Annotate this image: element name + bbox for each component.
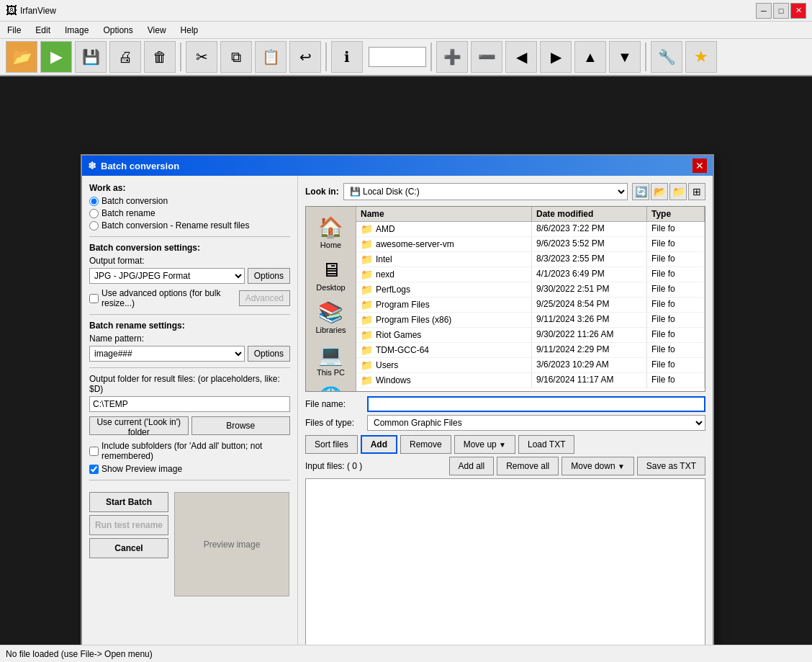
move-up-dropdown-icon[interactable]: ▼ — [499, 441, 506, 449]
table-row[interactable]: 📁 AMD 8/6/2023 7:22 PM File fo — [356, 222, 705, 237]
output-path-input[interactable] — [89, 396, 290, 412]
files-of-type-select[interactable]: Common Graphic Files — [367, 415, 705, 431]
save-as-txt-button[interactable]: Save as TXT — [637, 457, 705, 475]
toolbar-print[interactable]: 🖨 — [109, 41, 141, 73]
table-row[interactable]: 📁 Users 3/6/2023 10:29 AM File fo — [356, 358, 705, 373]
toolbar-save[interactable]: 💾 — [75, 41, 107, 73]
file-name-input[interactable] — [367, 396, 705, 412]
output-format-select[interactable]: JPG - JPG/JPEG Format — [89, 268, 245, 284]
toolbar-cut[interactable]: ✂ — [186, 41, 217, 73]
move-down-button[interactable]: Move down ▼ — [561, 457, 634, 475]
file-type: File fo — [647, 313, 705, 327]
name-pattern-select[interactable]: image### — [89, 346, 245, 362]
radio-batch-conversion-rename-input[interactable] — [89, 221, 99, 231]
menu-file[interactable]: File — [0, 24, 28, 37]
radio-batch-rename[interactable]: Batch rename — [89, 208, 290, 218]
table-row[interactable]: 📁 nexd 4/1/2023 6:49 PM File fo — [356, 267, 705, 282]
nav-back-button[interactable]: 🔄 — [632, 183, 649, 200]
place-this-pc[interactable]: 💻 This PC — [308, 340, 354, 380]
toolbar-undo[interactable]: ↩ — [289, 41, 321, 73]
add-button[interactable]: Add — [361, 435, 397, 454]
toolbar-forward[interactable]: ▶ — [540, 41, 572, 73]
toolbar-back[interactable]: ◀ — [505, 41, 537, 73]
start-batch-button[interactable]: Start Batch — [89, 492, 168, 512]
toolbar-sep-3 — [430, 43, 432, 71]
toolbar-info[interactable]: ℹ — [331, 41, 363, 73]
nav-new-folder-button[interactable]: 📁 — [669, 183, 687, 200]
nav-view-button[interactable]: ⊞ — [688, 183, 705, 200]
file-date: 8/6/2023 7:22 PM — [532, 222, 647, 236]
file-name: Riot Games — [376, 330, 421, 340]
output-format-row: JPG - JPG/JPEG Format Options — [89, 268, 290, 284]
toolbar-star[interactable]: ★ — [685, 41, 717, 73]
toolbar-up[interactable]: ▲ — [574, 41, 606, 73]
table-row[interactable]: 📁 Program Files (x86) 9/11/2024 3:26 PM … — [356, 313, 705, 328]
radio-batch-conversion[interactable]: Batch conversion — [89, 196, 290, 206]
cancel-button[interactable]: Cancel — [89, 538, 168, 558]
menu-view[interactable]: View — [140, 24, 173, 37]
remove-all-button[interactable]: Remove all — [497, 457, 559, 475]
advanced-button[interactable]: Advanced — [239, 290, 290, 306]
maximize-button[interactable]: □ — [773, 3, 789, 19]
place-libraries[interactable]: 📚 Libraries — [308, 298, 354, 337]
options-button[interactable]: Options — [248, 268, 290, 284]
table-row[interactable]: 📁 Riot Games 9/30/2022 11:26 AM File fo — [356, 328, 705, 343]
nav-up-button[interactable]: 📂 — [651, 183, 668, 200]
toolbar-search-input[interactable] — [369, 47, 426, 67]
run-test-rename-button[interactable]: Run test rename — [89, 515, 168, 535]
rename-options-button[interactable]: Options — [248, 346, 290, 362]
menu-image[interactable]: Image — [58, 24, 96, 37]
dialog-close-button[interactable]: ✕ — [693, 158, 707, 173]
folder-icon: 📁 — [361, 314, 373, 326]
advanced-options-label: Use advanced options (for bulk resize...… — [102, 288, 236, 308]
place-desktop[interactable]: 🖥 Desktop — [308, 255, 354, 295]
table-row[interactable]: 📁 PerfLogs 9/30/2022 2:51 PM File fo — [356, 282, 705, 298]
file-date: 9/11/2024 2:29 PM — [532, 343, 647, 357]
place-home[interactable]: 🏠 Home — [308, 213, 354, 252]
menu-edit[interactable]: Edit — [28, 24, 58, 37]
toolbar-copy[interactable]: ⧉ — [220, 41, 252, 73]
move-up-button[interactable]: Move up ▼ — [454, 435, 515, 454]
minimize-button[interactable]: ─ — [756, 3, 772, 19]
radio-batch-conversion-rename[interactable]: Batch conversion - Rename result files — [89, 220, 290, 231]
toolbar-delete[interactable]: 🗑 — [144, 41, 176, 73]
input-files-label: Input files: ( 0 ) — [305, 461, 362, 471]
place-network[interactable]: 🌐 Network — [308, 383, 354, 392]
table-row[interactable]: 📁 Windows 9/16/2024 11:17 AM File fo — [356, 373, 705, 388]
table-row[interactable]: 📁 Program Files 9/25/2024 8:54 PM File f… — [356, 298, 705, 313]
sort-files-button[interactable]: Sort files — [305, 435, 358, 454]
table-row[interactable]: 📁 awesome-server-vm 9/6/2023 5:52 PM Fil… — [356, 237, 705, 252]
move-down-dropdown-icon[interactable]: ▼ — [618, 462, 625, 470]
lookin-select[interactable]: 💾 Local Disk (C:) — [343, 183, 628, 200]
file-name-cell: 📁 nexd — [356, 267, 532, 282]
show-preview-checkbox[interactable] — [89, 465, 99, 474]
browse-button[interactable]: Browse — [191, 416, 291, 435]
action-btns-row-1: Sort files Add Remove Move up ▼ Load TXT — [305, 435, 705, 454]
menu-options[interactable]: Options — [96, 24, 140, 37]
include-subfolders-row: Include subfolders (for 'Add all' button… — [89, 441, 290, 461]
toolbar-paste[interactable]: 📋 — [255, 41, 287, 73]
toolbar-down[interactable]: ▼ — [609, 41, 641, 73]
show-preview-row: Show Preview image — [89, 464, 290, 474]
advanced-options-checkbox[interactable] — [89, 294, 99, 303]
include-subfolders-checkbox[interactable] — [89, 447, 99, 456]
add-all-button[interactable]: Add all — [449, 457, 495, 475]
table-row[interactable]: 📁 Intel 8/3/2023 2:55 PM File fo — [356, 252, 705, 267]
toolbar-open[interactable]: 📂 — [6, 41, 37, 73]
window-close-button[interactable]: ✕ — [790, 3, 806, 19]
toolbar-play[interactable]: ▶ — [40, 41, 72, 73]
preview-box: Preview image — [174, 492, 289, 596]
file-name-label: File name: — [305, 399, 363, 409]
toolbar-zoom-in[interactable]: ➕ — [436, 41, 468, 73]
menu-help[interactable]: Help — [173, 24, 206, 37]
toolbar-settings[interactable]: 🔧 — [651, 41, 682, 73]
output-folder-label: Output folder for result files: (or plac… — [89, 374, 290, 394]
table-row[interactable]: 📁 TDM-GCC-64 9/11/2024 2:29 PM File fo — [356, 343, 705, 358]
load-txt-button[interactable]: Load TXT — [518, 435, 574, 454]
radio-batch-rename-input[interactable] — [89, 209, 99, 218]
use-current-folder-button[interactable]: Use current ('Look in') folder — [89, 416, 189, 435]
radio-batch-conversion-input[interactable] — [89, 197, 99, 206]
toolbar-zoom-out[interactable]: ➖ — [471, 41, 502, 73]
file-name-cell: 📁 Program Files (x86) — [356, 313, 532, 327]
remove-button[interactable]: Remove — [400, 435, 451, 454]
